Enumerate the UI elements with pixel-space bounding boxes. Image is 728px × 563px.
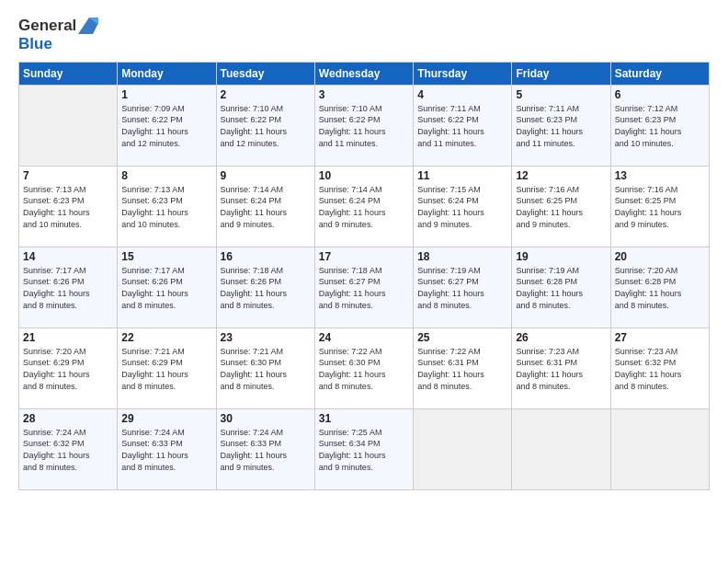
logo-blue: Blue (18, 35, 52, 53)
day-info: Sunrise: 7:18 AM Sunset: 6:26 PM Dayligh… (221, 265, 311, 311)
calendar-cell: 7Sunrise: 7:13 AM Sunset: 6:23 PM Daylig… (19, 166, 118, 247)
day-number: 30 (221, 412, 311, 425)
calendar-cell: 14Sunrise: 7:17 AM Sunset: 6:26 PM Dayli… (19, 247, 118, 327)
calendar-cell: 18Sunrise: 7:19 AM Sunset: 6:27 PM Dayli… (414, 247, 512, 327)
day-info: Sunrise: 7:09 AM Sunset: 6:22 PM Dayligh… (121, 103, 211, 149)
day-number: 28 (23, 412, 113, 425)
day-number: 18 (417, 250, 507, 263)
day-number: 10 (319, 169, 409, 182)
day-info: Sunrise: 7:17 AM Sunset: 6:26 PM Dayligh… (23, 265, 113, 311)
day-info: Sunrise: 7:11 AM Sunset: 6:22 PM Dayligh… (417, 103, 507, 149)
calendar-cell: 2Sunrise: 7:10 AM Sunset: 6:22 PM Daylig… (216, 85, 314, 166)
calendar-cell: 9Sunrise: 7:14 AM Sunset: 6:24 PM Daylig… (216, 166, 314, 247)
calendar-cell: 6Sunrise: 7:12 AM Sunset: 6:23 PM Daylig… (610, 85, 709, 166)
day-info: Sunrise: 7:11 AM Sunset: 6:23 PM Dayligh… (516, 103, 606, 149)
day-info: Sunrise: 7:17 AM Sunset: 6:26 PM Dayligh… (121, 265, 211, 311)
day-info: Sunrise: 7:22 AM Sunset: 6:31 PM Dayligh… (417, 346, 507, 392)
logo: General Blue (18, 17, 98, 54)
day-info: Sunrise: 7:18 AM Sunset: 6:27 PM Dayligh… (319, 265, 409, 311)
day-header-friday: Friday (512, 62, 610, 85)
day-number: 17 (319, 250, 409, 263)
day-info: Sunrise: 7:19 AM Sunset: 6:28 PM Dayligh… (516, 265, 606, 311)
day-header-tuesday: Tuesday (216, 62, 314, 85)
calendar-cell (610, 408, 709, 489)
day-number: 25 (417, 331, 507, 344)
calendar-cell: 20Sunrise: 7:20 AM Sunset: 6:28 PM Dayli… (610, 247, 709, 327)
day-info: Sunrise: 7:20 AM Sunset: 6:28 PM Dayligh… (615, 265, 705, 311)
calendar-cell: 23Sunrise: 7:21 AM Sunset: 6:30 PM Dayli… (216, 327, 314, 408)
day-header-monday: Monday (118, 62, 216, 85)
calendar-cell: 27Sunrise: 7:23 AM Sunset: 6:32 PM Dayli… (610, 327, 709, 408)
calendar-cell (19, 85, 118, 166)
day-number: 23 (221, 331, 311, 344)
day-info: Sunrise: 7:10 AM Sunset: 6:22 PM Dayligh… (221, 103, 311, 149)
day-number: 5 (516, 88, 606, 101)
calendar-cell: 4Sunrise: 7:11 AM Sunset: 6:22 PM Daylig… (414, 85, 512, 166)
day-number: 2 (221, 88, 311, 101)
day-number: 19 (516, 250, 606, 263)
calendar-cell: 10Sunrise: 7:14 AM Sunset: 6:24 PM Dayli… (314, 166, 413, 247)
calendar-cell: 16Sunrise: 7:18 AM Sunset: 6:26 PM Dayli… (216, 247, 314, 327)
calendar-cell: 24Sunrise: 7:22 AM Sunset: 6:30 PM Dayli… (314, 327, 413, 408)
calendar-cell: 12Sunrise: 7:16 AM Sunset: 6:25 PM Dayli… (512, 166, 610, 247)
day-number: 29 (121, 412, 211, 425)
calendar-cell (414, 408, 512, 489)
calendar-cell: 26Sunrise: 7:23 AM Sunset: 6:31 PM Dayli… (512, 327, 610, 408)
day-info: Sunrise: 7:16 AM Sunset: 6:25 PM Dayligh… (615, 184, 705, 230)
day-number: 9 (221, 169, 311, 182)
day-info: Sunrise: 7:20 AM Sunset: 6:29 PM Dayligh… (23, 346, 113, 392)
day-info: Sunrise: 7:23 AM Sunset: 6:32 PM Dayligh… (615, 346, 705, 392)
day-info: Sunrise: 7:12 AM Sunset: 6:23 PM Dayligh… (615, 103, 705, 149)
calendar-cell (512, 408, 610, 489)
calendar-cell: 3Sunrise: 7:10 AM Sunset: 6:22 PM Daylig… (314, 85, 413, 166)
calendar-cell: 17Sunrise: 7:18 AM Sunset: 6:27 PM Dayli… (314, 247, 413, 327)
calendar-cell: 19Sunrise: 7:19 AM Sunset: 6:28 PM Dayli… (512, 247, 610, 327)
calendar-cell: 8Sunrise: 7:13 AM Sunset: 6:23 PM Daylig… (118, 166, 216, 247)
calendar-cell: 1Sunrise: 7:09 AM Sunset: 6:22 PM Daylig… (118, 85, 216, 166)
calendar-cell: 30Sunrise: 7:24 AM Sunset: 6:33 PM Dayli… (216, 408, 314, 489)
calendar-cell: 25Sunrise: 7:22 AM Sunset: 6:31 PM Dayli… (414, 327, 512, 408)
day-header-saturday: Saturday (610, 62, 709, 85)
calendar-cell: 22Sunrise: 7:21 AM Sunset: 6:29 PM Dayli… (118, 327, 216, 408)
day-header-thursday: Thursday (414, 62, 512, 85)
day-number: 8 (121, 169, 211, 182)
day-info: Sunrise: 7:24 AM Sunset: 6:33 PM Dayligh… (221, 427, 311, 473)
day-number: 12 (516, 169, 606, 182)
day-number: 27 (615, 331, 705, 344)
day-info: Sunrise: 7:14 AM Sunset: 6:24 PM Dayligh… (319, 184, 409, 230)
day-info: Sunrise: 7:16 AM Sunset: 6:25 PM Dayligh… (516, 184, 606, 230)
day-info: Sunrise: 7:10 AM Sunset: 6:22 PM Dayligh… (319, 103, 409, 149)
logo-icon (78, 17, 98, 34)
day-info: Sunrise: 7:24 AM Sunset: 6:33 PM Dayligh… (121, 427, 211, 473)
day-info: Sunrise: 7:13 AM Sunset: 6:23 PM Dayligh… (121, 184, 211, 230)
day-number: 11 (417, 169, 507, 182)
calendar-cell: 13Sunrise: 7:16 AM Sunset: 6:25 PM Dayli… (610, 166, 709, 247)
day-info: Sunrise: 7:21 AM Sunset: 6:29 PM Dayligh… (121, 346, 211, 392)
day-info: Sunrise: 7:25 AM Sunset: 6:34 PM Dayligh… (319, 427, 409, 473)
calendar-cell: 31Sunrise: 7:25 AM Sunset: 6:34 PM Dayli… (314, 408, 413, 489)
day-number: 24 (319, 331, 409, 344)
day-number: 1 (121, 88, 211, 101)
day-header-sunday: Sunday (19, 62, 118, 85)
day-info: Sunrise: 7:24 AM Sunset: 6:32 PM Dayligh… (23, 427, 113, 473)
day-header-wednesday: Wednesday (314, 62, 413, 85)
day-number: 21 (23, 331, 113, 344)
day-number: 31 (319, 412, 409, 425)
day-info: Sunrise: 7:21 AM Sunset: 6:30 PM Dayligh… (221, 346, 311, 392)
day-info: Sunrise: 7:13 AM Sunset: 6:23 PM Dayligh… (23, 184, 113, 230)
day-number: 3 (319, 88, 409, 101)
day-number: 16 (221, 250, 311, 263)
day-number: 26 (516, 331, 606, 344)
day-info: Sunrise: 7:22 AM Sunset: 6:30 PM Dayligh… (319, 346, 409, 392)
calendar-cell: 21Sunrise: 7:20 AM Sunset: 6:29 PM Dayli… (19, 327, 118, 408)
calendar-cell: 28Sunrise: 7:24 AM Sunset: 6:32 PM Dayli… (19, 408, 118, 489)
calendar-cell: 5Sunrise: 7:11 AM Sunset: 6:23 PM Daylig… (512, 85, 610, 166)
day-number: 15 (121, 250, 211, 263)
day-number: 20 (615, 250, 705, 263)
day-number: 6 (615, 88, 705, 101)
calendar-cell: 11Sunrise: 7:15 AM Sunset: 6:24 PM Dayli… (414, 166, 512, 247)
day-number: 4 (417, 88, 507, 101)
day-number: 22 (121, 331, 211, 344)
logo-general: General (18, 17, 76, 35)
calendar: SundayMondayTuesdayWednesdayThursdayFrid… (18, 62, 710, 490)
